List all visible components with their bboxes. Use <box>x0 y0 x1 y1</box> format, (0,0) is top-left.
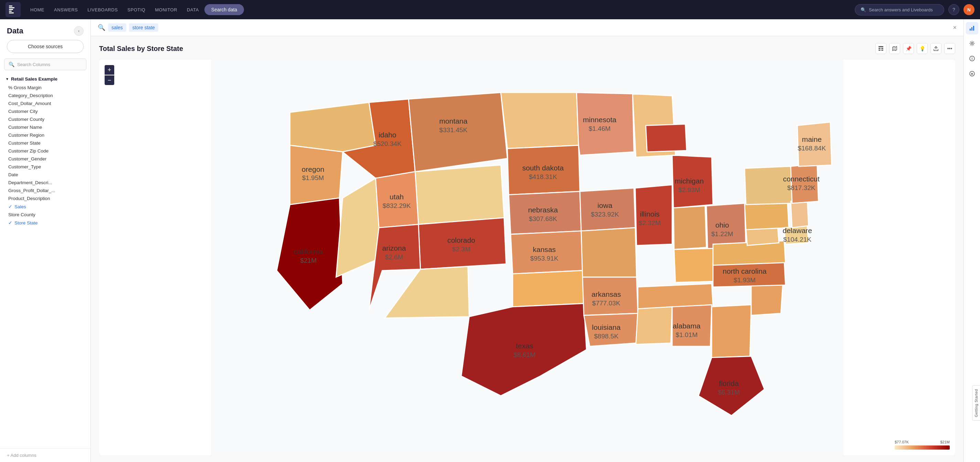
nav-monitor[interactable]: MONITOR <box>151 5 181 14</box>
datasource-item[interactable]: ▼ Retail Sales Example <box>2 74 89 84</box>
settings-button[interactable] <box>966 37 978 49</box>
state-michigan-upper[interactable] <box>646 124 687 152</box>
usa-map-svg: oregon $1.95M california $21M idaho $520… <box>99 59 955 455</box>
state-louisiana[interactable] <box>584 313 638 346</box>
search-tag-sales[interactable]: sales <box>108 24 126 32</box>
map-view-button[interactable] <box>889 43 900 54</box>
state-colorado[interactable] <box>418 218 506 269</box>
column-gross-profit[interactable]: Gross_Profit_Dollar_... <box>2 186 89 194</box>
column-customer-city[interactable]: Customer City <box>2 107 89 115</box>
state-missouri[interactable] <box>581 228 636 277</box>
zoom-out-button[interactable]: − <box>105 75 114 85</box>
pin-button[interactable]: 📌 <box>903 43 914 54</box>
svg-rect-5 <box>878 46 883 47</box>
column-date[interactable]: Date <box>2 171 89 178</box>
lightbulb-button[interactable]: 💡 <box>917 43 928 54</box>
column-cost-dollar[interactable]: Cost_Dollar_Amount <box>2 99 89 107</box>
column-label: Customer City <box>8 109 38 114</box>
state-nebraska[interactable] <box>509 191 581 234</box>
column-store-state[interactable]: ✓ Store State <box>2 218 89 227</box>
info-button[interactable]: i <box>966 53 978 65</box>
share-button[interactable] <box>931 43 942 54</box>
more-options-button[interactable]: ••• <box>944 43 955 54</box>
check-icon: ✓ <box>8 220 13 226</box>
search-data-button[interactable]: Search data <box>204 4 244 15</box>
search-answers-input[interactable]: 🔍 Search answers and Liveboards <box>855 4 944 16</box>
chart-area: Total Sales by Store State <box>91 36 964 462</box>
column-customer-state[interactable]: Customer State <box>2 139 89 147</box>
state-michigan-lower[interactable] <box>672 155 713 208</box>
choose-sources-button[interactable]: Choose sources <box>7 40 84 53</box>
chart-type-button[interactable] <box>966 22 978 34</box>
nav-spotiq[interactable]: SPOTIQ <box>123 5 150 14</box>
state-indiana[interactable] <box>673 206 706 249</box>
state-montana[interactable] <box>409 92 507 172</box>
svg-rect-0 <box>9 5 13 6</box>
legend-labels: $77.07K $21M <box>895 440 950 444</box>
column-label: Product_Description <box>8 196 50 201</box>
column-label: Gross_Profit_Dollar_... <box>8 188 56 193</box>
svg-rect-7 <box>881 48 883 49</box>
right-panel: i R Getting Started <box>964 19 980 462</box>
column-customer-zip[interactable]: Customer Zip Code <box>2 147 89 155</box>
state-minnesota[interactable] <box>577 92 634 155</box>
state-new-york[interactable] <box>745 166 792 204</box>
column-customer-type[interactable]: Customer_Type <box>2 163 89 171</box>
add-columns-button[interactable]: + Add columns <box>0 448 91 462</box>
svg-rect-11 <box>970 29 971 31</box>
nav-liveboards[interactable]: LIVEBOARDS <box>83 5 122 14</box>
column-label: % Gross Margin <box>8 85 41 90</box>
state-pennsylvania[interactable] <box>745 201 789 229</box>
svg-rect-1 <box>9 7 14 8</box>
state-alabama[interactable] <box>672 305 711 346</box>
main-content: 🔍 sales store state × Total Sales by Sto… <box>91 19 964 462</box>
legend-min: $77.07K <box>895 440 909 444</box>
zoom-in-button[interactable]: + <box>105 65 114 75</box>
column-customer-county[interactable]: Customer County <box>2 115 89 123</box>
state-new-england[interactable] <box>791 164 818 204</box>
state-kansas[interactable] <box>511 231 582 274</box>
r-script-button[interactable]: R <box>966 67 978 80</box>
column-customer-name[interactable]: Customer Name <box>2 123 89 131</box>
svg-rect-3 <box>9 11 12 12</box>
state-oklahoma[interactable] <box>513 271 584 307</box>
state-maine[interactable] <box>797 122 832 166</box>
search-tag-store-state[interactable]: store state <box>129 24 158 32</box>
sidebar-collapse-button[interactable]: ‹ <box>74 26 84 36</box>
column-store-county[interactable]: Store County <box>2 211 89 218</box>
state-georgia[interactable] <box>711 305 751 357</box>
column-customer-gender[interactable]: Customer_Gender <box>2 155 89 163</box>
nav-answers[interactable]: ANSWERS <box>50 5 82 14</box>
search-close-button[interactable]: × <box>953 24 956 31</box>
state-oregon[interactable] <box>290 145 343 204</box>
state-arkansas[interactable] <box>582 277 638 315</box>
user-avatar[interactable]: N <box>964 4 975 15</box>
column-department[interactable]: Department_Descri... <box>2 178 89 186</box>
table-view-button[interactable] <box>875 43 886 54</box>
state-south-dakota[interactable] <box>508 145 580 195</box>
nav-home[interactable]: HOME <box>26 5 49 14</box>
svg-rect-4 <box>9 13 14 13</box>
column-gross-margin[interactable]: % Gross Margin <box>2 84 89 92</box>
columns-list: ▼ Retail Sales Example % Gross Margin Ca… <box>0 74 91 448</box>
help-button[interactable]: ? <box>948 4 959 15</box>
nav-data[interactable]: DATA <box>183 5 203 14</box>
column-sales[interactable]: ✓ Sales <box>2 202 89 211</box>
column-product-description[interactable]: Product_Description <box>2 194 89 202</box>
column-category-description[interactable]: Category_Description <box>2 92 89 99</box>
getting-started-tab[interactable]: Getting Started <box>972 385 980 421</box>
logo[interactable] <box>5 2 21 17</box>
column-label: Customer State <box>8 140 41 146</box>
state-utah[interactable] <box>376 172 418 228</box>
state-south-carolina[interactable] <box>751 282 783 315</box>
state-maryland[interactable] <box>784 226 809 244</box>
state-mississippi[interactable] <box>636 307 672 344</box>
state-wyoming[interactable] <box>415 165 504 224</box>
chart-title: Total Sales by Store State <box>99 45 183 53</box>
column-customer-region[interactable]: Customer Region <box>2 131 89 139</box>
search-columns-input[interactable]: 🔍 Search Columns <box>4 59 86 70</box>
state-north-dakota[interactable] <box>501 92 578 149</box>
svg-rect-12 <box>971 27 972 31</box>
state-illinois[interactable] <box>635 185 672 245</box>
state-iowa[interactable] <box>580 188 635 231</box>
